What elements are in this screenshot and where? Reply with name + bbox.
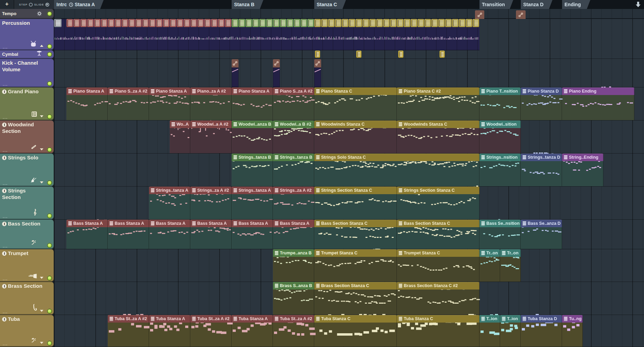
clip-strings-solo[interactable]: Strings..nsition bbox=[479, 154, 521, 161]
clip-bass[interactable]: Bass Stanza A bbox=[108, 220, 149, 227]
clip-piano[interactable]: Piano..za A #2 bbox=[190, 87, 232, 95]
pattern-clip-stanza-c[interactable] bbox=[466, 19, 472, 27]
clip-body-bass[interactable] bbox=[521, 227, 562, 249]
pattern-clip-stanza-b[interactable] bbox=[294, 19, 300, 27]
clip-body-woodwind[interactable] bbox=[397, 128, 479, 153]
pattern-clip-stanza-a[interactable] bbox=[94, 19, 101, 27]
pattern-clip-stanza-b[interactable] bbox=[252, 19, 259, 27]
clip-piano[interactable]: Piano Stanza C #2 bbox=[397, 87, 479, 95]
clip-body-brass[interactable] bbox=[397, 290, 479, 315]
clip-tuba[interactable]: Tuba St..za A #2 bbox=[108, 315, 149, 323]
track-info-icon[interactable] bbox=[2, 156, 7, 160]
pattern-clip-stanza-a[interactable] bbox=[218, 19, 224, 27]
clip-body-brass[interactable] bbox=[314, 290, 397, 315]
clip-body-strings-section[interactable] bbox=[397, 194, 479, 219]
track-enable-led[interactable] bbox=[47, 213, 52, 218]
clip-bass[interactable]: Bass Stanza A bbox=[66, 220, 108, 227]
clip-body-bass[interactable] bbox=[108, 227, 149, 249]
clip-body-bass[interactable] bbox=[273, 227, 314, 249]
clip-body-tuba[interactable] bbox=[108, 323, 149, 347]
pattern-clip-stanza-c[interactable] bbox=[369, 19, 376, 27]
clip-piano[interactable]: Piano Stanza A bbox=[149, 87, 190, 95]
cymbal-lane[interactable] bbox=[54, 50, 644, 59]
track-options-dots[interactable]: ... bbox=[3, 277, 8, 281]
pattern-clip-stanza-c[interactable] bbox=[473, 19, 479, 27]
pattern-clip-stanza-a[interactable] bbox=[135, 19, 142, 27]
pattern-clip-stanza-a[interactable] bbox=[87, 19, 94, 27]
kick-volume-automation-clip[interactable] bbox=[273, 59, 280, 67]
pattern-clip-stanza-c[interactable] bbox=[404, 19, 410, 27]
clip-piano[interactable]: Piano Stanza A bbox=[66, 87, 108, 95]
clip-body-tuba[interactable] bbox=[314, 323, 397, 347]
track-collapse-caret[interactable] bbox=[40, 115, 43, 117]
clip-strings-solo[interactable]: Strings..tanza B bbox=[273, 154, 314, 161]
track-header-bass-section[interactable]: Bass Section... bbox=[0, 220, 54, 249]
clip-body-tuba[interactable] bbox=[232, 323, 273, 347]
clip-body-tuba[interactable] bbox=[479, 323, 500, 347]
clip-piano[interactable]: Piano T..nsition bbox=[479, 87, 521, 95]
timeline-marker-stanza-c[interactable]: Stanza C bbox=[314, 0, 346, 9]
track-header-tempo[interactable]: Tempo bbox=[0, 9, 54, 19]
clip-body-trumpet[interactable] bbox=[479, 257, 500, 282]
step-toggle[interactable] bbox=[29, 3, 33, 7]
clip-tuba[interactable]: Tuba Stanza C bbox=[397, 315, 479, 323]
clip-piano[interactable]: Piano Stanza A bbox=[232, 87, 273, 95]
pattern-clip-stanza-a[interactable] bbox=[225, 19, 231, 27]
clip-trumpet[interactable]: Tr..on bbox=[500, 249, 521, 257]
clip-body-woodwind[interactable] bbox=[170, 128, 190, 153]
pattern-clip-stanza-c[interactable] bbox=[356, 19, 362, 27]
track-options-dots[interactable]: ... bbox=[3, 214, 8, 219]
track-collapse-caret[interactable] bbox=[40, 310, 43, 312]
track-header-brass-section[interactable]: Brass Section... bbox=[0, 282, 54, 315]
pattern-clip-stanza-a[interactable] bbox=[108, 19, 114, 27]
clip-body-piano[interactable] bbox=[479, 95, 521, 120]
track-options-dots[interactable]: ... bbox=[3, 115, 8, 119]
clip-body-piano[interactable] bbox=[562, 95, 634, 120]
pattern-clip-stanza-a[interactable] bbox=[170, 19, 176, 27]
clip-body-tuba[interactable] bbox=[521, 323, 562, 347]
clip-body-bass[interactable] bbox=[232, 227, 273, 249]
pattern-clip-stanza-a[interactable] bbox=[66, 19, 73, 27]
pattern-clip-stanza-a[interactable] bbox=[80, 19, 87, 27]
clip-strings-section[interactable]: Strings Section Stanza C bbox=[314, 187, 397, 194]
clip-woodwind[interactable]: Woodwi..sition bbox=[479, 120, 521, 128]
pattern-clip-stanza-c[interactable] bbox=[424, 19, 431, 27]
track-header-cymbal[interactable]: Cymbal bbox=[0, 50, 54, 59]
clip-body-bass[interactable] bbox=[66, 227, 108, 249]
clip-body-strings-solo[interactable] bbox=[273, 161, 314, 186]
pattern-clip-stanza-a[interactable] bbox=[149, 19, 156, 27]
clip-body-woodwind[interactable] bbox=[232, 128, 273, 153]
track-enable-led[interactable] bbox=[47, 52, 52, 57]
pattern-clip-stanza-c[interactable] bbox=[418, 19, 424, 27]
clip-trumpet[interactable]: Trumpet Stanza C bbox=[397, 249, 479, 257]
clip-body-bass[interactable] bbox=[190, 227, 232, 249]
clip-strings-solo[interactable]: String..Ending bbox=[562, 154, 603, 161]
clip-tuba[interactable]: Tuba Stanza A bbox=[232, 315, 273, 323]
clip-body-tuba[interactable] bbox=[273, 323, 314, 347]
clip-brass[interactable]: Brass S..anza B bbox=[273, 282, 314, 290]
track-enable-led[interactable] bbox=[47, 341, 52, 346]
pattern-clip-stanza-c[interactable] bbox=[383, 19, 390, 27]
kick-volume-automation-clip[interactable] bbox=[232, 59, 239, 67]
track-header-woodwind-section[interactable]: Woodwind Section... bbox=[0, 120, 54, 153]
clip-body-tuba[interactable] bbox=[562, 323, 583, 347]
timeline-marker-stanza-d[interactable]: Stanza D bbox=[521, 0, 552, 9]
track-collapse-caret[interactable] bbox=[40, 277, 43, 279]
clip-woodwind[interactable]: Woodwi..a A #2 bbox=[190, 120, 232, 128]
pattern-clip-stanza-a[interactable] bbox=[101, 19, 107, 27]
kick-volume-automation-clip[interactable] bbox=[314, 59, 321, 67]
pattern-clip-stanza-a[interactable] bbox=[190, 19, 197, 27]
pattern-clip-stanza-a[interactable] bbox=[183, 19, 190, 27]
track-enable-led[interactable] bbox=[47, 114, 52, 119]
pattern-clip-stanza-a[interactable] bbox=[115, 19, 121, 27]
pattern-clip-stanza-b[interactable] bbox=[300, 19, 307, 27]
track-options-dots[interactable]: ... bbox=[3, 181, 8, 186]
pattern-clip-stanza-c[interactable] bbox=[411, 19, 417, 27]
pattern-clip-stanza-c[interactable] bbox=[328, 19, 335, 27]
clip-piano[interactable]: Piano Ending bbox=[562, 87, 634, 95]
clip-piano[interactable]: Piano S..za A #2 bbox=[108, 87, 149, 95]
clip-woodwind[interactable]: Woodwi..anza B bbox=[232, 120, 273, 128]
track-enable-led[interactable] bbox=[47, 11, 52, 16]
clip-tuba[interactable]: T..ion bbox=[479, 315, 500, 323]
pattern-clip-stanza-c[interactable] bbox=[314, 19, 321, 27]
